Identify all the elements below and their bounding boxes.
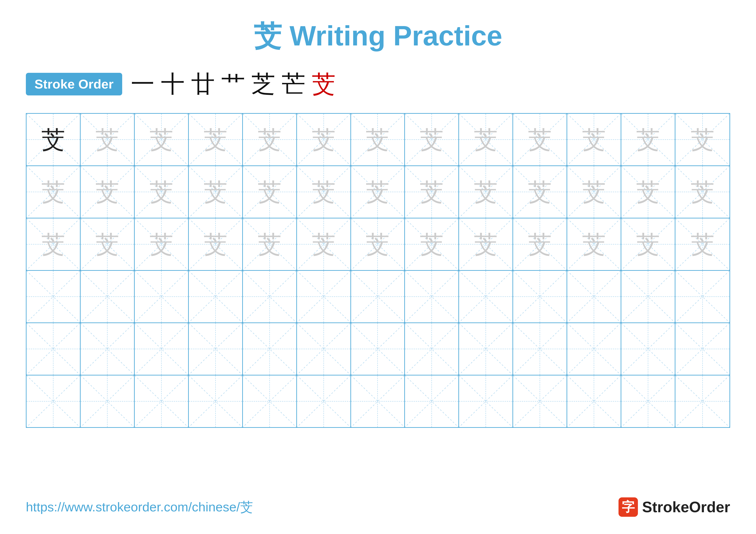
grid-cell[interactable]: 芠 [189,166,243,218]
grid-cell[interactable] [243,271,297,322]
grid-cell[interactable] [405,271,459,322]
grid-cell[interactable]: 芠 [459,218,513,270]
grid-cell[interactable] [405,323,459,375]
svg-line-100 [621,271,675,322]
svg-line-135 [135,375,188,427]
grid-cell[interactable] [27,271,81,322]
grid-cell[interactable]: 芠 [81,114,135,165]
grid-cell[interactable]: 芠 [513,114,567,165]
grid-cell[interactable]: 芠 [513,218,567,270]
grid-cell[interactable] [351,271,405,322]
svg-line-130 [27,375,80,427]
grid-cell[interactable] [27,323,81,375]
grid-cell[interactable]: 芠 [189,218,243,270]
grid-cell[interactable]: 芠 [351,218,405,270]
char-light: 芠 [528,128,552,151]
grid-cell[interactable] [135,271,189,322]
grid-cell[interactable]: 芠 [81,166,135,218]
grid-cell[interactable] [81,375,135,427]
grid-cell[interactable]: 芠 [27,218,81,270]
grid-cell[interactable]: 芠 [297,166,351,218]
svg-line-142 [351,375,405,427]
grid-cell[interactable]: 芠 [621,166,675,218]
grid-cell[interactable] [135,375,189,427]
grid-cell[interactable] [675,323,729,375]
grid-cell[interactable] [459,375,513,427]
grid-cell[interactable]: 芠 [567,218,621,270]
grid-cell[interactable]: 芠 [135,114,189,165]
grid-cell[interactable] [81,271,135,322]
grid-cell[interactable] [189,375,243,427]
grid-cell[interactable] [459,323,513,375]
grid-cell[interactable]: 芠 [27,114,81,165]
grid-cell[interactable]: 芠 [621,114,675,165]
grid-row-3: 芠 芠 芠 芠 芠 芠 芠 芠 芠 芠 芠 芠 芠 [27,218,729,271]
grid-cell[interactable]: 芠 [459,166,513,218]
grid-cell[interactable] [189,271,243,322]
grid-cell[interactable]: 芠 [621,218,675,270]
grid-cell[interactable] [297,375,351,427]
char-light: 芠 [528,180,552,204]
svg-line-138 [243,375,296,427]
grid-cell[interactable]: 芠 [297,114,351,165]
grid-cell[interactable] [567,323,621,375]
grid-cell[interactable]: 芠 [675,218,729,270]
grid-cell[interactable]: 芠 [135,218,189,270]
grid-cell[interactable] [351,323,405,375]
grid-cell[interactable]: 芠 [405,114,459,165]
grid-cell[interactable]: 芠 [27,166,81,218]
grid-cell[interactable] [567,271,621,322]
grid-cell[interactable] [459,271,513,322]
svg-line-122 [513,323,567,375]
char-light: 芠 [636,128,660,151]
grid-cell[interactable] [405,375,459,427]
grid-cell[interactable]: 芠 [351,114,405,165]
grid-cell[interactable] [513,271,567,322]
grid-cell[interactable] [675,271,729,322]
grid-cell[interactable] [189,323,243,375]
grid-cell[interactable]: 芠 [243,166,297,218]
grid-cell[interactable]: 芠 [567,114,621,165]
grid-cell[interactable] [351,375,405,427]
grid-cell[interactable]: 芠 [297,218,351,270]
grid-cell[interactable] [567,375,621,427]
svg-line-115 [297,323,350,375]
svg-line-84 [189,271,242,322]
grid-cell[interactable] [675,375,729,427]
svg-line-107 [81,323,134,375]
grid-cell[interactable]: 芠 [513,166,567,218]
grid-cell[interactable]: 芠 [675,114,729,165]
grid-cell[interactable]: 芠 [189,114,243,165]
grid-cell[interactable]: 芠 [567,166,621,218]
grid-row-1: 芠 芠 芠 芠 芠 芠 芠 [27,114,729,166]
grid-cell[interactable]: 芠 [243,114,297,165]
grid-cell[interactable] [621,271,675,322]
grid-cell[interactable] [513,323,567,375]
grid-cell[interactable] [297,323,351,375]
grid-cell[interactable]: 芠 [405,166,459,218]
grid-cell[interactable] [81,323,135,375]
grid-cell[interactable]: 芠 [81,218,135,270]
grid-cell[interactable]: 芠 [405,218,459,270]
grid-cell[interactable] [621,323,675,375]
svg-line-149 [513,375,567,427]
grid-cell[interactable]: 芠 [243,218,297,270]
grid-cell[interactable] [513,375,567,427]
grid-cell[interactable] [243,375,297,427]
svg-line-121 [459,323,512,375]
footer-url[interactable]: https://www.strokeorder.com/chinese/芠 [26,498,253,516]
grid-cell[interactable]: 芠 [675,166,729,218]
svg-line-108 [135,323,188,375]
grid-cell[interactable] [621,375,675,427]
grid-cell[interactable]: 芠 [459,114,513,165]
grid-cell[interactable]: 芠 [135,166,189,218]
grid-cell[interactable] [135,323,189,375]
char-light: 芠 [582,232,606,256]
grid-cell[interactable]: 芠 [351,166,405,218]
svg-line-83 [135,271,188,322]
char-light: 芠 [366,180,390,204]
svg-line-141 [297,375,350,427]
grid-cell[interactable] [297,271,351,322]
grid-cell[interactable] [27,375,81,427]
grid-cell[interactable] [243,323,297,375]
